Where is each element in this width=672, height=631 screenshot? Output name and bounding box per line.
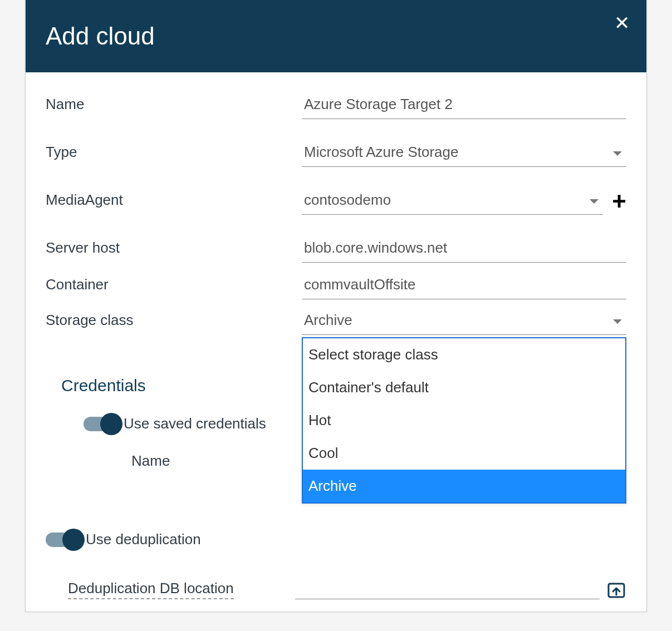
mediaagent-select-value: contosodemo	[304, 191, 391, 208]
add-cloud-modal: Add cloud ✕ Name Type Microsoft Azure St…	[25, 0, 647, 612]
use-saved-credentials-toggle[interactable]	[84, 417, 119, 431]
type-select[interactable]: Microsoft Azure Storage	[302, 140, 626, 167]
mediaagent-select[interactable]: contosodemo	[302, 188, 603, 215]
dedup-db-row: Deduplication DB location	[46, 579, 626, 599]
storage-class-select[interactable]: Archive Select storage classContainer's …	[302, 308, 626, 335]
label-mediaagent: MediaAgent	[46, 191, 302, 209]
row-storage-class: Storage class Archive Select storage cla…	[46, 308, 626, 335]
storage-class-option[interactable]: Cool	[303, 437, 625, 470]
add-mediaagent-button[interactable]: +	[612, 189, 626, 214]
storage-class-option[interactable]: Hot	[303, 404, 625, 437]
name-input[interactable]	[302, 92, 626, 119]
row-container: Container	[46, 273, 626, 299]
row-mediaagent: MediaAgent contosodemo +	[46, 188, 626, 215]
storage-class-option[interactable]: Select storage class	[303, 338, 625, 371]
type-select-value: Microsoft Azure Storage	[304, 144, 458, 160]
storage-class-select-value: Archive	[304, 312, 352, 328]
label-storage-class: Storage class	[46, 312, 302, 329]
browse-icon[interactable]	[606, 579, 626, 599]
dedup-db-location-input[interactable]	[295, 579, 600, 599]
toggle-knob	[100, 413, 122, 435]
use-deduplication-label: Use deduplication	[86, 531, 201, 548]
use-deduplication-row: Use deduplication	[46, 531, 626, 548]
label-container: Container	[46, 276, 302, 293]
row-name: Name	[46, 92, 626, 119]
modal-header: Add cloud ✕	[26, 0, 646, 72]
storage-class-option[interactable]: Container's default	[303, 371, 625, 404]
container-input[interactable]	[302, 273, 626, 299]
label-type: Type	[46, 144, 302, 161]
use-saved-credentials-label: Use saved credentials	[124, 415, 266, 432]
caret-down-icon	[613, 151, 622, 156]
label-server-host: Server host	[46, 239, 302, 257]
storage-class-dropdown: Select storage classContainer's defaultH…	[302, 337, 626, 504]
row-type: Type Microsoft Azure Storage	[46, 140, 626, 167]
close-icon[interactable]: ✕	[614, 13, 630, 32]
storage-class-option[interactable]: Archive	[303, 470, 625, 502]
server-host-input[interactable]	[302, 236, 626, 263]
modal-title: Add cloud	[46, 22, 155, 50]
modal-body: Name Type Microsoft Azure Storage MediaA…	[26, 72, 646, 599]
caret-down-icon	[613, 319, 622, 324]
row-server-host: Server host	[46, 236, 626, 263]
dedup-db-label: Deduplication DB location	[68, 580, 234, 599]
label-name: Name	[46, 96, 302, 113]
use-deduplication-toggle[interactable]	[46, 533, 81, 547]
toggle-knob	[62, 529, 85, 551]
caret-down-icon	[590, 199, 599, 204]
